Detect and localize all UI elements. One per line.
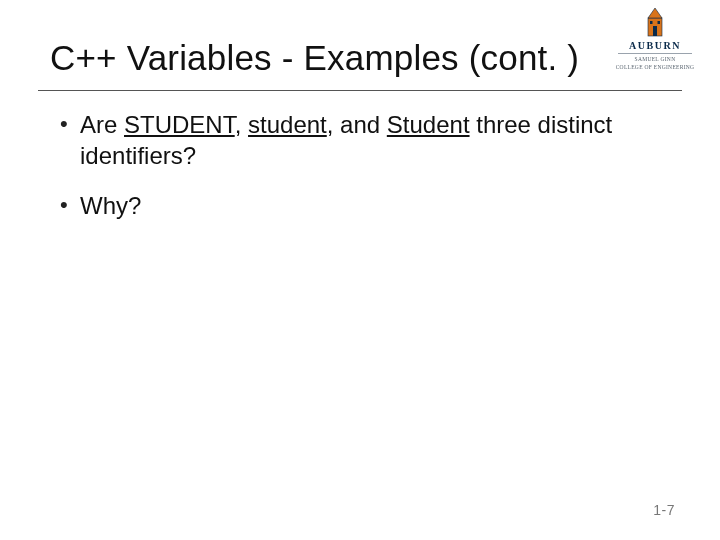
slide: AUBURN SAMUEL GINN COLLEGE OF ENGINEERIN… bbox=[0, 0, 720, 540]
auburn-logo: AUBURN SAMUEL GINN COLLEGE OF ENGINEERIN… bbox=[610, 8, 700, 72]
svg-marker-1 bbox=[648, 8, 662, 18]
bullet-1-u3: Student bbox=[387, 111, 470, 138]
bullet-1-u1: STUDENT bbox=[124, 111, 235, 138]
bullet-1-sep1: , bbox=[235, 111, 248, 138]
svg-rect-3 bbox=[650, 21, 653, 24]
tower-icon bbox=[644, 8, 666, 38]
logo-divider bbox=[618, 53, 692, 54]
bullet-1-sep2: , and bbox=[327, 111, 387, 138]
title-underline bbox=[38, 90, 682, 91]
page-number: 1-7 bbox=[653, 502, 675, 518]
logo-sub1: SAMUEL GINN bbox=[610, 56, 700, 62]
bullet-1-pre: Are bbox=[80, 111, 124, 138]
bullet-2: Why? bbox=[60, 191, 660, 222]
logo-sub2: COLLEGE OF ENGINEERING bbox=[610, 64, 700, 70]
logo-word: AUBURN bbox=[610, 40, 700, 51]
bullet-1: Are STUDENT, student, and Student three … bbox=[60, 110, 660, 171]
bullet-1-u2: student bbox=[248, 111, 327, 138]
slide-body: Are STUDENT, student, and Student three … bbox=[60, 110, 660, 242]
svg-rect-2 bbox=[653, 26, 657, 36]
svg-rect-4 bbox=[658, 21, 661, 24]
bullet-2-text: Why? bbox=[80, 192, 141, 219]
slide-title: C++ Variables - Examples (cont. ) bbox=[50, 38, 579, 78]
